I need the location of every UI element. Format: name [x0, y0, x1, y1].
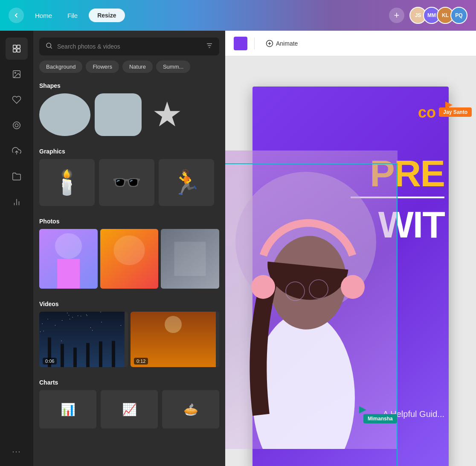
photo-item[interactable] — [100, 229, 159, 289]
video-item[interactable]: 0:12 — [131, 312, 219, 367]
avatar-group: JS MM KL PQ — [409, 7, 467, 24]
cursor-arrow-orange: ▶ — [445, 99, 453, 110]
chart-item[interactable]: 🥧 — [162, 390, 219, 428]
filter-icon[interactable] — [206, 42, 213, 51]
shape-rounded-rect[interactable] — [95, 93, 142, 136]
sidebar-item-style[interactable] — [6, 114, 28, 136]
shape-circle[interactable] — [39, 93, 90, 136]
search-icon — [45, 42, 53, 51]
video-duration: 0:06 — [43, 358, 57, 365]
graphic-candle[interactable]: 🕯️ — [39, 159, 95, 206]
shape-star[interactable]: ★ — [146, 93, 189, 136]
add-collaborator-button[interactable]: + — [389, 8, 404, 23]
video-item[interactable]: 0:06 — [39, 312, 128, 367]
left-sidebar: ··· — [0, 31, 33, 466]
chart-item[interactable]: 📊 — [39, 390, 96, 428]
graphic-glasses[interactable]: 🕶️ — [99, 159, 154, 206]
color-swatch[interactable] — [234, 37, 247, 50]
svg-point-5 — [15, 72, 16, 73]
animate-button[interactable]: Animate — [261, 37, 302, 50]
more-options-button[interactable]: ··· — [6, 444, 28, 459]
sidebar-item-elements[interactable] — [6, 38, 28, 60]
back-button[interactable] — [9, 8, 24, 23]
shapes-row: ★ — [33, 93, 225, 145]
home-button[interactable]: Home — [31, 9, 56, 22]
search-input[interactable] — [57, 43, 201, 50]
cursor-label-jay: Jay Santo — [439, 107, 472, 117]
sidebar-item-upload[interactable] — [6, 140, 28, 162]
photos-section-header: Photos — [33, 214, 225, 229]
sidebar-item-photos[interactable] — [6, 63, 28, 85]
canvas-logo: co — [418, 104, 436, 122]
sidebar-item-brand[interactable] — [6, 89, 28, 111]
shapes-section-header: Shapes — [33, 79, 225, 93]
canvas-card: co PRE WIT A Helpful Guid... Mimansha ▶ — [253, 87, 449, 466]
videos-grid: 0:06 0:12 — [33, 312, 225, 376]
photo-item[interactable] — [39, 229, 98, 289]
charts-row: 📊 📈 🥧 — [33, 390, 225, 437]
topbar-right: + JS MM KL PQ — [389, 7, 467, 24]
photos-grid — [33, 229, 225, 297]
topbar: Home File Resize + JS MM KL PQ — [0, 0, 476, 31]
tag-background[interactable]: Background — [39, 61, 82, 73]
svg-rect-1 — [17, 45, 20, 48]
main-area: Animate Jay Santo ▶ co PRE WIT A Helpful… — [225, 31, 476, 466]
svg-rect-3 — [17, 49, 20, 52]
avatar: PQ — [450, 7, 467, 24]
chart-item[interactable]: 📈 — [101, 390, 158, 428]
tag-summer[interactable]: Summ... — [156, 61, 190, 73]
resize-button[interactable]: Resize — [89, 9, 125, 22]
canvas-toolbar: Animate — [225, 31, 476, 56]
tag-flowers[interactable]: Flowers — [86, 61, 119, 73]
svg-line-13 — [50, 47, 52, 48]
svg-point-12 — [46, 43, 51, 48]
person-image — [225, 151, 398, 449]
design-canvas: Jay Santo ▶ co PRE WIT A Helpful Guid...… — [225, 56, 476, 466]
search-bar — [39, 38, 219, 55]
file-button[interactable]: File — [63, 9, 82, 22]
tag-row: Background Flowers Nature Summ... — [33, 61, 225, 79]
toolbar-divider — [254, 38, 255, 49]
cursor-arrow-teal: ▶ — [359, 404, 366, 415]
panel: Background Flowers Nature Summ... Shapes… — [33, 31, 225, 466]
graphic-person[interactable]: 🏃 — [159, 159, 214, 206]
svg-rect-0 — [13, 45, 16, 48]
svg-point-7 — [13, 122, 20, 129]
sidebar-item-charts[interactable] — [6, 191, 28, 213]
photo-item[interactable] — [161, 229, 219, 289]
charts-section-header: Charts — [33, 376, 225, 390]
cursor-label-mimansha: Mimansha — [363, 414, 397, 423]
graphics-row: 🕯️ 🕶️ 🏃 — [33, 159, 225, 214]
tag-nature[interactable]: Nature — [122, 61, 153, 73]
svg-rect-2 — [13, 49, 16, 52]
video-duration: 0:12 — [134, 358, 148, 365]
videos-section-header: Videos — [33, 297, 225, 312]
svg-point-6 — [15, 124, 18, 127]
animate-label: Animate — [276, 40, 298, 47]
sidebar-item-folders[interactable] — [6, 165, 28, 188]
graphics-section-header: Graphics — [33, 145, 225, 159]
